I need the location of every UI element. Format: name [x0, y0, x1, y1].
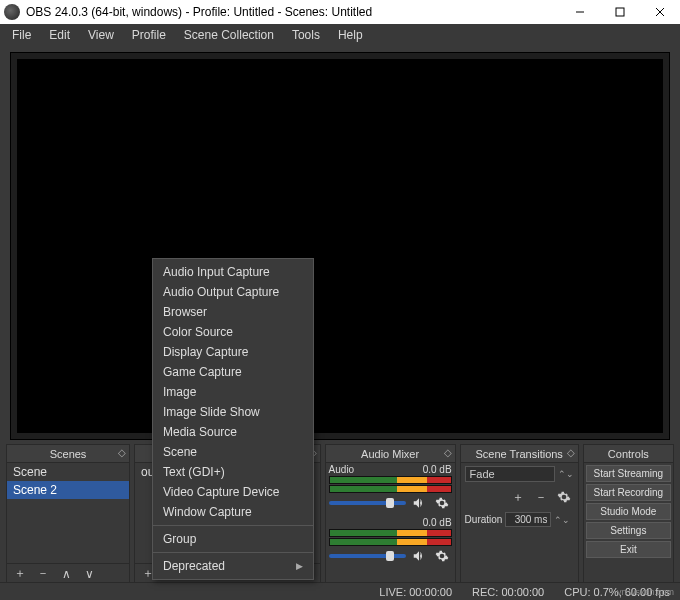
menu-browser[interactable]: Browser	[153, 302, 313, 322]
menu-group[interactable]: Group	[153, 529, 313, 549]
svg-rect-1	[616, 8, 624, 16]
add-source-context-menu: Audio Input Capture Audio Output Capture…	[152, 258, 314, 580]
remove-scene-button[interactable]: －	[33, 565, 53, 583]
menu-view[interactable]: View	[80, 25, 122, 45]
menu-edit[interactable]: Edit	[41, 25, 78, 45]
audio-meter	[329, 529, 452, 537]
mixer-channel: Audio 0.0 dB	[326, 463, 455, 516]
menu-audio-output-capture[interactable]: Audio Output Capture	[153, 282, 313, 302]
mixer-channel: 0.0 dB	[326, 516, 455, 569]
remove-transition-button[interactable]: －	[531, 488, 551, 506]
statusbar: LIVE: 00:00:00 REC: 00:00:00 CPU: 0.7%, …	[0, 582, 680, 600]
maximize-button[interactable]	[600, 0, 640, 24]
transition-select[interactable]: Fade	[465, 466, 555, 482]
window-controls	[560, 0, 680, 24]
channel-label: Audio	[329, 464, 355, 475]
scenes-title: Scenes	[50, 448, 87, 460]
mixer-body: Audio 0.0 dB 0.0 dB	[326, 463, 455, 583]
channel-level: 0.0 dB	[423, 464, 452, 475]
controls-panel: Controls Start Streaming Start Recording…	[583, 444, 674, 584]
obs-app-icon	[4, 4, 20, 20]
studio-mode-button[interactable]: Studio Mode	[586, 503, 671, 520]
volume-slider[interactable]	[329, 501, 406, 505]
channel-level: 0.0 dB	[423, 517, 452, 528]
scenes-panel: Scenes ◇ Scene Scene 2 ＋ － ∧ ∨	[6, 444, 130, 584]
scene-item[interactable]: Scene	[7, 463, 129, 481]
duration-input[interactable]	[505, 512, 551, 527]
speaker-icon[interactable]	[409, 494, 429, 512]
menu-display-capture[interactable]: Display Capture	[153, 342, 313, 362]
select-arrow-icon: ⌃⌄	[558, 469, 574, 479]
audio-meter	[329, 538, 452, 546]
menu-window-capture[interactable]: Window Capture	[153, 502, 313, 522]
menu-game-capture[interactable]: Game Capture	[153, 362, 313, 382]
speaker-icon[interactable]	[409, 547, 429, 565]
controls-header[interactable]: Controls	[584, 445, 673, 463]
controls-title: Controls	[608, 448, 649, 460]
channel-settings-icon[interactable]	[432, 494, 452, 512]
mixer-header[interactable]: Audio Mixer ◇	[326, 445, 455, 463]
transitions-panel: Scene Transitions ◇ Fade ⌃⌄ ＋ － Duration…	[460, 444, 579, 584]
scene-down-button[interactable]: ∨	[79, 565, 99, 583]
minimize-button[interactable]	[560, 0, 600, 24]
menu-file[interactable]: File	[4, 25, 39, 45]
status-rec: REC: 00:00:00	[472, 586, 544, 598]
add-transition-button[interactable]: ＋	[508, 488, 528, 506]
menu-color-source[interactable]: Color Source	[153, 322, 313, 342]
transitions-body: Fade ⌃⌄ ＋ － Duration ⌃⌄	[461, 463, 578, 583]
audio-meter	[329, 476, 452, 484]
settings-button[interactable]: Settings	[586, 522, 671, 539]
menu-separator	[153, 525, 313, 526]
exit-button[interactable]: Exit	[586, 541, 671, 558]
menu-deprecated[interactable]: Deprecated ▶	[153, 556, 313, 576]
mixer-panel: Audio Mixer ◇ Audio 0.0 dB	[325, 444, 456, 584]
submenu-arrow-icon: ▶	[296, 561, 303, 571]
menu-image[interactable]: Image	[153, 382, 313, 402]
scene-up-button[interactable]: ∧	[56, 565, 76, 583]
undock-icon[interactable]: ◇	[444, 447, 452, 458]
status-live: LIVE: 00:00:00	[379, 586, 452, 598]
menu-scene-collection[interactable]: Scene Collection	[176, 25, 282, 45]
scene-item[interactable]: Scene 2	[7, 481, 129, 499]
undock-icon[interactable]: ◇	[567, 447, 575, 458]
audio-meter	[329, 485, 452, 493]
transitions-title: Scene Transitions	[475, 448, 562, 460]
scenes-header[interactable]: Scenes ◇	[7, 445, 129, 463]
dock-panels: Scenes ◇ Scene Scene 2 ＋ － ∧ ∨ Sources ◇…	[0, 444, 680, 584]
menu-deprecated-label: Deprecated	[163, 559, 225, 573]
menu-scene[interactable]: Scene	[153, 442, 313, 462]
start-streaming-button[interactable]: Start Streaming	[586, 465, 671, 482]
volume-slider[interactable]	[329, 554, 406, 558]
mixer-title: Audio Mixer	[361, 448, 419, 460]
window-titlebar: OBS 24.0.3 (64-bit, windows) - Profile: …	[0, 0, 680, 24]
duration-label: Duration	[465, 514, 503, 525]
window-title: OBS 24.0.3 (64-bit, windows) - Profile: …	[26, 5, 560, 19]
menu-profile[interactable]: Profile	[124, 25, 174, 45]
menu-help[interactable]: Help	[330, 25, 371, 45]
transition-settings-button[interactable]	[554, 488, 574, 506]
watermark: vn.wsxdn.com	[617, 587, 674, 597]
menu-video-capture-device[interactable]: Video Capture Device	[153, 482, 313, 502]
undock-icon[interactable]: ◇	[118, 447, 126, 458]
preview-canvas[interactable]	[10, 52, 670, 440]
controls-body: Start Streaming Start Recording Studio M…	[584, 463, 673, 583]
scenes-list[interactable]: Scene Scene 2	[7, 463, 129, 563]
scenes-toolbar: ＋ － ∧ ∨	[7, 563, 129, 583]
preview-inner	[17, 59, 663, 433]
menu-media-source[interactable]: Media Source	[153, 422, 313, 442]
channel-settings-icon[interactable]	[432, 547, 452, 565]
menu-text-gdi[interactable]: Text (GDI+)	[153, 462, 313, 482]
transitions-header[interactable]: Scene Transitions ◇	[461, 445, 578, 463]
menu-tools[interactable]: Tools	[284, 25, 328, 45]
start-recording-button[interactable]: Start Recording	[586, 484, 671, 501]
stepper-icon[interactable]: ⌃⌄	[554, 515, 570, 525]
menu-audio-input-capture[interactable]: Audio Input Capture	[153, 262, 313, 282]
close-button[interactable]	[640, 0, 680, 24]
add-scene-button[interactable]: ＋	[10, 565, 30, 583]
menubar: File Edit View Profile Scene Collection …	[0, 24, 680, 46]
menu-image-slide-show[interactable]: Image Slide Show	[153, 402, 313, 422]
preview-area	[0, 46, 680, 444]
menu-separator	[153, 552, 313, 553]
